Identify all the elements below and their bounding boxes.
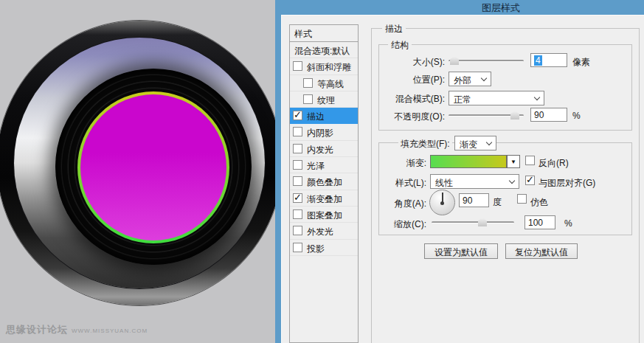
style-list-item[interactable]: 混合选项:默认 (290, 42, 358, 58)
reverse-checkbox[interactable] (525, 156, 535, 165)
style-list-item[interactable]: 等高线 (290, 75, 358, 91)
watermark-site-url: WWW.MISSYUAN.COM (72, 328, 148, 334)
watermark: 思缘设计论坛WWW.MISSYUAN.COM (6, 323, 148, 336)
set-default-button[interactable]: 设置为默认值 (424, 243, 498, 259)
style-item-checkbox[interactable] (303, 78, 313, 88)
blend-mode-value: 正常 (454, 94, 471, 105)
chevron-down-icon (509, 178, 515, 184)
styles-list-header[interactable]: 样式 (289, 24, 359, 42)
style-list-item[interactable]: 纹理 (290, 91, 358, 108)
size-input[interactable]: 4 (530, 53, 567, 67)
styles-list: 混合选项:默认斜面和浮雕等高线纹理描边内阴影内发光光泽颜色叠加渐变叠加图案叠加外… (289, 42, 359, 343)
angle-input[interactable]: 90 (459, 193, 489, 207)
watermark-site-name: 思缘设计论坛 (6, 324, 68, 335)
style-list-item[interactable]: 光泽 (290, 157, 358, 173)
style-dropdown[interactable]: 线性 (430, 174, 519, 189)
style-item-label: 等高线 (317, 78, 344, 91)
size-slider[interactable] (449, 56, 524, 65)
scale-value: 100 (528, 218, 543, 228)
style-item-label: 描边 (307, 111, 325, 123)
style-item-checkbox[interactable] (293, 111, 302, 120)
gradient-label: 渐变: (354, 157, 426, 170)
dither-checkbox[interactable] (517, 194, 527, 204)
fill-type-value: 渐变 (460, 139, 477, 150)
opacity-input[interactable]: 90 (530, 108, 567, 122)
dialog-title: 图层样式 (482, 1, 520, 15)
fill-type-label: 填充类型(F): (398, 138, 452, 150)
angle-unit: 度 (493, 196, 502, 209)
style-list-item[interactable]: 内发光 (290, 141, 358, 157)
scale-label: 缩放(C): (354, 218, 426, 231)
style-item-label: 外发光 (307, 226, 333, 238)
screenshot-root: 思缘设计论坛WWW.MISSYUAN.COM 图层样式 样式 混合选项:默认斜面… (0, 0, 644, 343)
style-item-checkbox[interactable] (293, 144, 302, 153)
style-item-checkbox[interactable] (293, 209, 302, 219)
style-item-label: 斜面和浮雕 (307, 61, 351, 74)
style-list-item[interactable]: 斜面和浮雕 (290, 58, 358, 75)
style-value: 线性 (435, 178, 453, 188)
scale-slider-track[interactable] (432, 221, 514, 224)
opacity-unit: % (572, 111, 581, 121)
scale-unit: % (564, 218, 572, 229)
style-item-checkbox[interactable] (303, 94, 313, 104)
chevron-down-icon (486, 139, 492, 145)
style-item-label: 光泽 (307, 160, 325, 173)
angle-label: 角度(A): (354, 198, 426, 210)
gradient-picker-arrow-button[interactable]: ▼ (507, 155, 520, 168)
fill-type-dropdown[interactable]: 渐变 (454, 136, 496, 150)
position-dropdown[interactable]: 外部 (449, 72, 491, 86)
size-unit: 像素 (572, 56, 590, 69)
align-with-layer-checkbox[interactable] (525, 176, 535, 185)
style-item-label: 混合选项:默认 (294, 45, 350, 58)
style-list-item[interactable]: 图案叠加 (290, 207, 358, 223)
align-with-layer-label: 与图层对齐(G) (539, 177, 595, 190)
size-slider-track[interactable] (449, 60, 524, 62)
style-list-item[interactable]: 投影 (290, 240, 358, 256)
scale-slider-thumb[interactable] (478, 218, 487, 226)
style-item-checkbox[interactable] (293, 176, 302, 186)
document-canvas: 思缘设计论坛WWW.MISSYUAN.COM (0, 0, 275, 343)
style-item-checkbox[interactable] (293, 61, 302, 71)
blend-mode-label: 混合模式(B): (354, 93, 445, 105)
style-list-item[interactable]: 内阴影 (290, 124, 358, 140)
chevron-down-icon (534, 94, 540, 100)
style-item-label: 渐变叠加 (307, 193, 342, 206)
position-value: 外部 (454, 75, 471, 86)
lens-stroke-ring (77, 91, 229, 243)
style-list-item[interactable]: 外发光 (290, 223, 358, 239)
position-label: 位置(P): (354, 74, 445, 86)
opacity-value: 90 (534, 110, 544, 120)
style-item-label: 内阴影 (307, 127, 333, 139)
opacity-slider[interactable] (449, 111, 524, 119)
size-label: 大小(S): (354, 56, 445, 69)
dialog-titlebar[interactable]: 图层样式 (275, 0, 644, 15)
style-item-checkbox[interactable] (293, 127, 302, 136)
style-list-item[interactable]: 颜色叠加 (290, 173, 358, 190)
style-item-label: 纹理 (317, 94, 335, 107)
style-item-checkbox[interactable] (293, 243, 302, 252)
gradient-swatch[interactable] (430, 155, 507, 168)
style-list-item[interactable]: 描边 (290, 108, 358, 124)
style-item-label: 颜色叠加 (307, 176, 342, 189)
stroke-section-title: 描边 (382, 23, 406, 35)
angle-value: 90 (463, 195, 472, 206)
style-item-label: 图案叠加 (307, 209, 342, 222)
blend-mode-dropdown[interactable]: 正常 (449, 91, 544, 105)
opacity-slider-thumb[interactable] (510, 111, 519, 119)
structure-group-title: 结构 (388, 39, 412, 52)
style-label: 样式(L): (354, 177, 426, 190)
dialog-left-border (275, 0, 281, 343)
size-slider-thumb[interactable] (450, 56, 459, 65)
chevron-down-icon (481, 75, 487, 81)
scale-input[interactable]: 100 (524, 215, 555, 229)
style-list-item[interactable]: 渐变叠加 (290, 190, 358, 207)
reset-default-button[interactable]: 复位为默认值 (505, 243, 578, 259)
angle-dial[interactable] (429, 190, 455, 215)
dither-label: 仿色 (530, 196, 548, 209)
opacity-label: 不透明度(O): (354, 111, 445, 123)
style-item-checkbox[interactable] (293, 193, 302, 203)
style-item-checkbox[interactable] (293, 160, 302, 170)
scale-slider[interactable] (432, 218, 514, 226)
lens-glass (80, 94, 226, 240)
style-item-checkbox[interactable] (293, 226, 302, 235)
